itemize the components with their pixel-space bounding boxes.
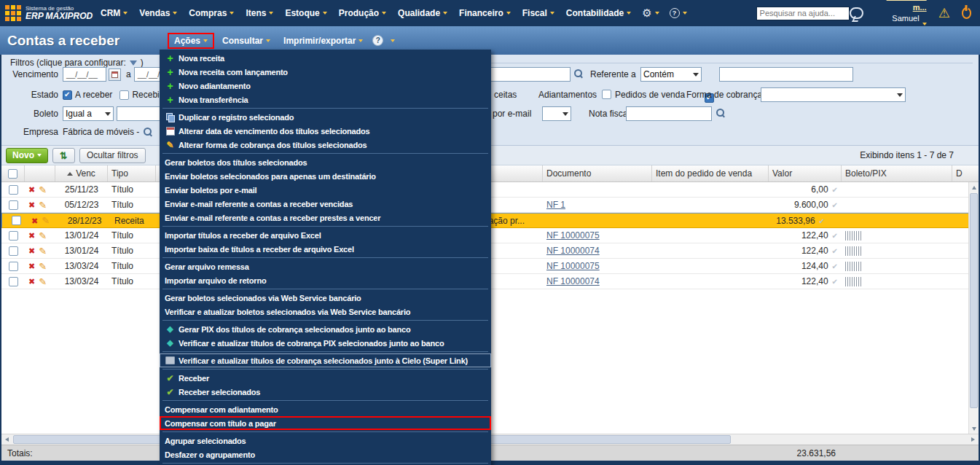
edit-icon[interactable] [42, 216, 50, 225]
row-checkbox[interactable] [9, 231, 18, 241]
valor-header[interactable]: Valor [769, 165, 842, 181]
search-icon[interactable] [144, 128, 153, 137]
chat-icon[interactable] [850, 7, 863, 19]
delete-icon[interactable] [28, 185, 35, 194]
tipo-header[interactable]: Tipo [108, 165, 156, 181]
menu-item[interactable]: Duplicar o registro selecionado [160, 110, 491, 124]
warning-icon[interactable]: ⚠ [938, 5, 950, 21]
menu-item[interactable]: Verificar e atualizar títulos de cobranç… [160, 353, 491, 367]
scroll-up-arrow[interactable] [969, 182, 979, 192]
menu-item[interactable]: Importar títulos a receber de arquivo Ex… [160, 228, 491, 242]
email-select[interactable] [542, 106, 571, 121]
forma-cobranca-select[interactable] [761, 87, 906, 102]
topbar-menu[interactable]: Produção [333, 8, 392, 18]
row-checkbox[interactable] [9, 246, 18, 256]
boleto-operator-select[interactable]: Igual a [63, 106, 114, 121]
search-icon[interactable] [716, 109, 726, 118]
delete-icon[interactable] [28, 231, 35, 240]
menu-item[interactable]: Receber selecionados [160, 385, 491, 399]
search-icon[interactable] [574, 69, 584, 79]
delete-icon[interactable] [28, 200, 35, 209]
documento-link[interactable]: NF 10000075 [546, 261, 600, 271]
menu-item[interactable]: Enviar boletos por e-mail [160, 183, 491, 197]
edit-icon[interactable] [39, 277, 47, 286]
pedidos-venda-checkbox[interactable] [602, 90, 611, 99]
a-receber-checkbox[interactable] [63, 90, 72, 100]
topbar-menu[interactable]: Itens [240, 8, 279, 18]
row-checkbox[interactable] [12, 216, 21, 225]
calendar-button[interactable] [109, 69, 121, 81]
refresh-button[interactable] [52, 148, 75, 163]
delete-icon[interactable] [31, 216, 38, 225]
menu-item[interactable]: Enviar e-mail referente a contas a receb… [160, 197, 491, 211]
topbar-menu[interactable]: Fiscal [517, 8, 560, 18]
vertical-scroll-thumb[interactable] [970, 193, 978, 408]
menu-item[interactable]: Gerar boletos selecionados via Web Servi… [160, 291, 491, 305]
app-logo[interactable]: Sistema de gestão ERP MAXIPROD [4, 4, 95, 22]
empresa-value[interactable]: Fábrica de móveis - [63, 127, 139, 137]
menu-item[interactable]: Enviar boletos selecionados para apenas … [160, 169, 491, 183]
help-menu[interactable] [665, 8, 692, 18]
novo-button[interactable]: Novo [6, 148, 48, 163]
scroll-down-arrow[interactable] [969, 423, 979, 434]
menu-item[interactable]: Gerar arquivo remessa [160, 259, 491, 273]
documento-link[interactable]: NF 1 [546, 200, 565, 210]
menu-item[interactable]: Novo adiantamento [160, 79, 491, 93]
venc-header[interactable]: Venc [55, 165, 108, 181]
topbar-menu[interactable]: Estoque [279, 8, 332, 18]
documento-link[interactable]: NF 10000075 [546, 230, 600, 241]
menu-item[interactable]: Importar baixa de títulos a receber de a… [160, 242, 491, 256]
menu-item[interactable]: Verificar e atualizar boletos selecionad… [160, 305, 491, 319]
topbar-menu[interactable]: Contabilidade [560, 8, 637, 18]
edit-icon[interactable] [39, 185, 47, 195]
menu-item[interactable]: Nova receita [160, 51, 491, 65]
documento-link[interactable]: NF 10000074 [546, 246, 600, 256]
menu-item[interactable]: Agrupar selecionados [160, 434, 491, 448]
page-help-icon[interactable] [372, 35, 383, 46]
topbar-menu[interactable]: Vendas [133, 8, 183, 18]
chevron-down-icon[interactable] [391, 39, 395, 42]
menu-item[interactable]: Gerar boletos dos títulos selecionados [160, 155, 491, 169]
row-checkbox[interactable] [9, 277, 18, 286]
imprimir-exportar-menu-button[interactable]: Imprimir/exportar [277, 36, 369, 46]
boleto-pix-header[interactable]: Boleto/PIX [842, 165, 952, 181]
menu-item[interactable]: Compensar com adiantamento [160, 402, 491, 416]
acoes-menu-button[interactable]: Ações [173, 36, 209, 46]
row-checkbox[interactable] [9, 185, 18, 195]
settings-menu[interactable]: ⚙ [637, 7, 664, 20]
vencimento-from-input[interactable]: __/__/__ [63, 67, 106, 82]
menu-item[interactable]: Enviar e-mail referente a contas a receb… [160, 211, 491, 224]
edit-icon[interactable] [39, 246, 47, 256]
edit-icon[interactable] [39, 262, 47, 271]
menu-item[interactable]: Alterar forma de cobrança dos títulos se… [160, 138, 491, 152]
scroll-right-arrow[interactable] [968, 434, 979, 445]
power-icon[interactable] [962, 7, 971, 19]
company-link[interactable]: Fábrica de m... [887, 0, 927, 12]
select-all-checkbox[interactable] [8, 169, 17, 179]
row-checkbox[interactable] [9, 262, 18, 271]
item-pedido-header[interactable]: Item do pedido de venda [652, 165, 769, 181]
menu-item[interactable]: Desfazer o agrupamento [160, 448, 491, 461]
row-checkbox[interactable] [9, 200, 18, 210]
referente-operator-select[interactable]: Contém [640, 67, 702, 82]
consultar-menu-button[interactable]: Consultar [216, 36, 277, 46]
edit-icon[interactable] [39, 231, 47, 241]
topbar-menu[interactable]: Qualidade [392, 8, 453, 18]
topbar-menu[interactable]: CRM [95, 8, 133, 18]
menu-item[interactable]: Importar arquivo de retorno [160, 273, 491, 287]
referente-input[interactable] [719, 67, 853, 82]
menu-item[interactable]: Gerar PIX dos títulos de cobrança seleci… [160, 322, 491, 336]
nota-fiscal-input[interactable] [626, 106, 712, 121]
documento-link[interactable]: NF 10000074 [546, 276, 600, 286]
topbar-menu[interactable]: Compras [183, 8, 240, 18]
menu-item[interactable]: Compensar com título a pagar [160, 416, 491, 430]
delete-icon[interactable] [28, 277, 35, 286]
topbar-menu[interactable]: Financeiro [453, 8, 517, 18]
help-search-input[interactable] [756, 7, 850, 20]
menu-item[interactable]: Alterar data de vencimento dos títulos s… [160, 124, 491, 138]
recebidos-checkbox[interactable] [119, 90, 129, 100]
menu-item[interactable]: Verificar e atualizar títulos de cobranç… [160, 336, 491, 350]
scroll-left-arrow[interactable] [1, 434, 12, 445]
menu-item[interactable]: Nova receita com lançamento [160, 65, 491, 79]
vertical-scrollbar[interactable] [968, 182, 979, 434]
